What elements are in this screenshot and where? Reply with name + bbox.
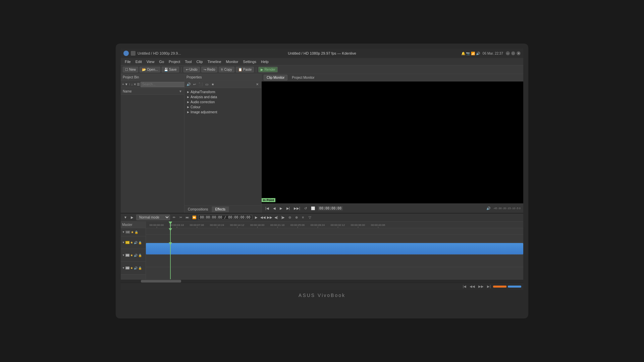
sort-indicator-icon: ▼ (179, 89, 182, 93)
a2-collapse-icon[interactable]: ▼ (122, 266, 125, 269)
loop-button[interactable]: ↺ (303, 206, 308, 210)
open-icon: 📂 (142, 68, 146, 71)
bottom-btn3[interactable]: ▶▶ (477, 284, 485, 289)
tl-arrow2-btn[interactable]: ▶ (129, 215, 135, 220)
clip-monitor-tab[interactable]: Clip Monitor (264, 75, 287, 80)
tl-skip2-btn[interactable]: ⏩ (192, 215, 197, 220)
paste-button[interactable]: 📋 Paste (236, 67, 254, 72)
tl-forward-btn[interactable]: ▶▶ (267, 215, 272, 220)
timeline-scrollbar[interactable] (121, 279, 523, 283)
bin-content-area (121, 95, 184, 213)
scroll-thumb[interactable] (141, 280, 181, 283)
v2-collapse-icon[interactable]: ▼ (122, 231, 125, 234)
effect-colour[interactable]: ▶ Colour (186, 105, 260, 110)
toolbar-separator (181, 67, 181, 72)
tl-filter-btn[interactable]: ▽ (307, 215, 313, 220)
a1-star-icon: ★ (130, 253, 133, 257)
copy-button[interactable]: ⎘ Copy (219, 67, 234, 72)
monitor-screen: In Point (262, 81, 523, 203)
next-frame-button[interactable]: ▶| (285, 206, 291, 210)
props-btn3[interactable]: ⬛ (198, 82, 203, 87)
v1-clip[interactable] (146, 243, 523, 254)
tl-rewind-btn[interactable]: ◀◀ (260, 215, 266, 220)
master-track-area (146, 228, 523, 235)
v1-lock-icon[interactable]: 🔒 (138, 241, 142, 244)
a1-lock-icon[interactable]: 🔒 (138, 254, 142, 257)
v1-collapse-icon[interactable]: ▼ (122, 241, 125, 244)
effect-alpha-transform[interactable]: ▶ Alpha/Transform (186, 89, 260, 95)
menu-go[interactable]: Go (157, 59, 166, 64)
menu-tool[interactable]: Tool (183, 59, 194, 64)
minimize-button[interactable]: — (506, 51, 510, 55)
props-close-button[interactable]: ✕ (255, 82, 260, 87)
down-button[interactable]: ↓ (131, 82, 133, 87)
menu-help[interactable]: Help (259, 59, 271, 64)
tl-play-btn[interactable]: ▶ (254, 215, 259, 220)
system-tray-icons: 🔔 📷 📶 🔊 (461, 52, 480, 55)
tab-compositions[interactable]: Compositions (184, 206, 212, 212)
menu-file[interactable]: File (123, 59, 133, 64)
open-button[interactable]: 📂 Open... (140, 67, 160, 72)
a2-lock-icon[interactable]: 🔒 (138, 266, 142, 270)
main-content: Project Bin + ▼ ↑ ↓ ✕ ☰ ▼ Name ▼ (121, 74, 523, 213)
v2-track-badge: V2 (125, 231, 130, 234)
new-button[interactable]: ☐ New (123, 67, 138, 72)
up-button[interactable]: ↑ (129, 82, 130, 87)
fullscreen-button[interactable]: ⬜ (310, 206, 316, 210)
v2-star-icon: ★ (131, 230, 134, 234)
menu-clip[interactable]: Clip (194, 59, 205, 64)
props-btn4[interactable]: ▭ (204, 82, 209, 87)
maximize-button[interactable]: □ (511, 51, 515, 55)
orange-progress-bar (493, 286, 506, 288)
play-button[interactable]: ▶ (279, 206, 283, 210)
redo-button[interactable]: ↪ Redo (201, 67, 218, 72)
go-end-button[interactable]: ▶▶| (293, 206, 301, 210)
menu-settings[interactable]: Settings (241, 59, 258, 64)
bottom-btn4[interactable]: ▶| (486, 284, 492, 289)
v2-track-area (146, 235, 523, 242)
list-view-button[interactable]: ☰ (137, 82, 140, 87)
menu-timeline[interactable]: Timeline (205, 59, 223, 64)
search-input[interactable] (141, 82, 186, 87)
delete-button[interactable]: ✕ (133, 82, 136, 87)
bottom-btn1[interactable]: |◀ (462, 284, 468, 289)
filter-button[interactable]: ▼ (125, 82, 128, 87)
screen: Untitled / HD 1080p 29.9... Untitled / H… (121, 49, 523, 290)
tl-arrow-btn[interactable]: ▼ (123, 215, 128, 220)
tl-skip-btn[interactable]: ⏭ (185, 215, 190, 220)
tl-more-btn[interactable]: ≡ (301, 215, 306, 220)
tl-next-cut-btn[interactable]: |▶ (280, 215, 286, 220)
undo-button[interactable]: ↩ Undo (183, 67, 200, 72)
menu-monitor[interactable]: Monitor (224, 59, 240, 64)
close-button[interactable]: ✕ (517, 51, 521, 55)
effect-analysis-data[interactable]: ▶ Analysis and data (186, 95, 260, 100)
add-clip-button[interactable]: + (122, 82, 124, 87)
props-btn5[interactable]: ★ (210, 82, 215, 87)
effect-image-adjustment[interactable]: ▶ Image adjustment (186, 110, 260, 115)
menu-project[interactable]: Project (167, 59, 182, 64)
render-button[interactable]: ▶ Render (258, 67, 278, 72)
save-button[interactable]: 💾 Save (162, 67, 179, 72)
timeline-section: ▼ ▶ Normal mode Insert mode Overwrite mo… (121, 213, 523, 290)
tl-prev-cut-btn[interactable]: ◀| (274, 215, 279, 220)
tl-zoom-in-btn[interactable]: ⊕ (294, 215, 299, 220)
props-btn2[interactable]: ↩ (192, 82, 197, 87)
effect-audio-correction[interactable]: ▶ Audio correction (186, 100, 260, 105)
kdenlive-logo-icon (123, 51, 129, 56)
menu-edit[interactable]: Edit (133, 59, 144, 64)
timeline-mode-select[interactable]: Normal mode Insert mode Overwrite mode (136, 215, 170, 220)
properties-toolbar: 🔊 ↩ ⬛ ▭ ★ ✕ (184, 81, 261, 88)
v2-lock-icon[interactable]: 🔒 (135, 231, 138, 234)
tl-edit-btn[interactable]: ✏ (171, 215, 177, 220)
bottom-btn2[interactable]: ◀◀ (469, 284, 476, 289)
timeline-track-headers: Master ▼ V2 ★ 🔒 ▼ V1 ★ 🔊 (121, 222, 146, 279)
a1-collapse-icon[interactable]: ▼ (122, 254, 125, 257)
tl-cut-btn[interactable]: ✂ (178, 215, 183, 220)
tab-effects[interactable]: Effects (212, 206, 229, 212)
tl-zoom-out-btn[interactable]: ⊖ (287, 215, 292, 220)
props-btn1[interactable]: 🔊 (186, 82, 191, 87)
prev-frame-button[interactable]: ◀ (272, 206, 277, 210)
menu-view[interactable]: View (145, 59, 157, 64)
go-start-button[interactable]: |◀ (264, 206, 270, 210)
project-monitor-tab[interactable]: Project Monitor (289, 75, 317, 80)
